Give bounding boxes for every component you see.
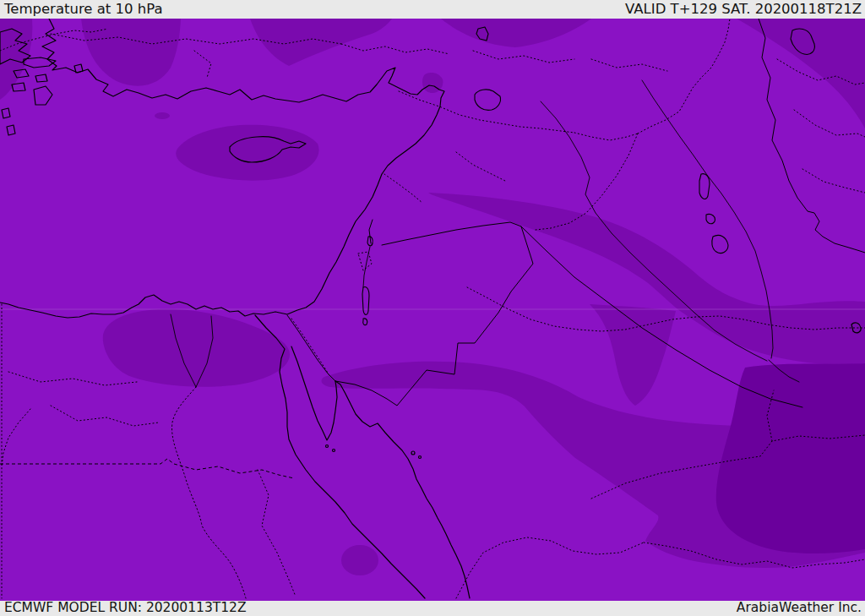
header-bar: Temperature at 10 hPa VALID T+129 SAT. 2… (0, 0, 865, 19)
weather-map-page: Temperature at 10 hPa VALID T+129 SAT. 2… (0, 0, 865, 616)
map-title: Temperature at 10 hPa (4, 3, 163, 17)
credit-label: ArabiaWeather Inc. (737, 602, 862, 615)
footer-bar: ECMWF MODEL RUN: 20200113T12Z ArabiaWeat… (0, 601, 865, 616)
valid-time-label: VALID T+129 SAT. 20200118T21Z (625, 3, 862, 17)
map-canvas (0, 0, 865, 616)
model-run-label: ECMWF MODEL RUN: 20200113T12Z (4, 602, 247, 615)
temperature-shade-dark (716, 363, 865, 553)
